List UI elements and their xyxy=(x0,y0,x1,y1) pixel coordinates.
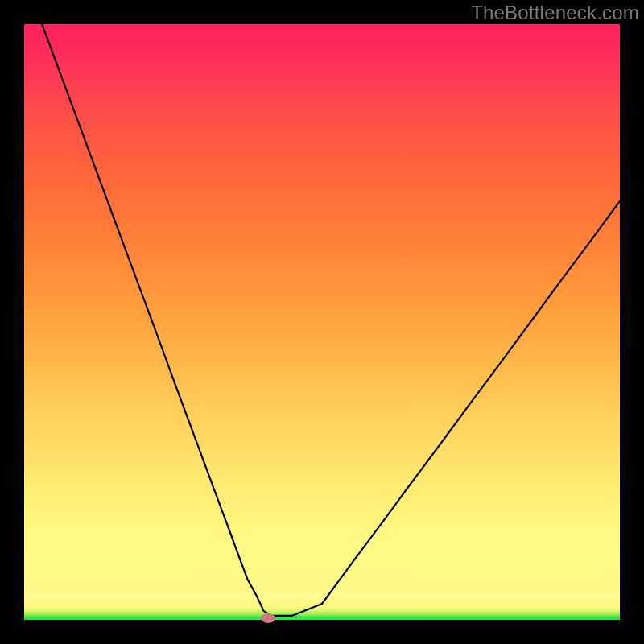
plot-area xyxy=(24,24,620,620)
chart-frame: TheBottleneck.com xyxy=(0,0,644,644)
bottleneck-curve xyxy=(24,24,620,620)
watermark-text: TheBottleneck.com xyxy=(471,2,639,24)
bottleneck-marker xyxy=(261,613,275,623)
